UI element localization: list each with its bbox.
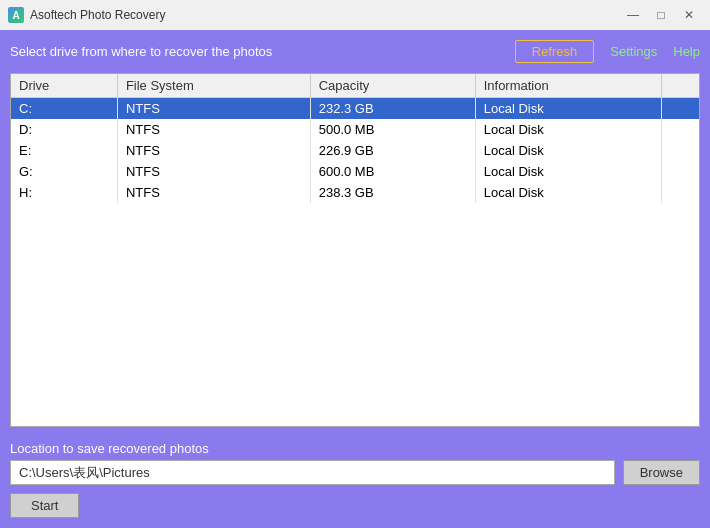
minimize-button[interactable]: —	[620, 5, 646, 25]
browse-button[interactable]: Browse	[623, 460, 700, 485]
table-cell-drive: E:	[11, 140, 117, 161]
table-cell-capacity: 232.3 GB	[310, 98, 475, 120]
table-cell-extra	[662, 140, 700, 161]
table-cell-capacity: 238.3 GB	[310, 182, 475, 203]
title-bar-controls: — □ ✕	[620, 5, 702, 25]
table-cell-fileSystem: NTFS	[117, 182, 310, 203]
bottom-section: Location to save recovered photos Browse…	[10, 437, 700, 518]
table-cell-drive: H:	[11, 182, 117, 203]
maximize-button[interactable]: □	[648, 5, 674, 25]
col-extra	[662, 74, 700, 98]
col-capacity: Capacity	[310, 74, 475, 98]
table-cell-information: Local Disk	[475, 119, 661, 140]
table-cell-extra	[662, 161, 700, 182]
table-cell-information: Local Disk	[475, 140, 661, 161]
table-cell-fileSystem: NTFS	[117, 119, 310, 140]
table-cell-drive: G:	[11, 161, 117, 182]
table-row[interactable]: H:NTFS238.3 GBLocal Disk	[11, 182, 699, 203]
drive-table: Drive File System Capacity Information C…	[11, 74, 699, 203]
table-cell-information: Local Disk	[475, 161, 661, 182]
select-drive-label: Select drive from where to recover the p…	[10, 44, 272, 59]
app-icon: A	[8, 7, 24, 23]
drive-table-container: Drive File System Capacity Information C…	[10, 73, 700, 427]
help-link[interactable]: Help	[673, 44, 700, 59]
table-cell-extra	[662, 119, 700, 140]
table-cell-capacity: 226.9 GB	[310, 140, 475, 161]
top-bar: Select drive from where to recover the p…	[10, 40, 700, 63]
table-cell-fileSystem: NTFS	[117, 161, 310, 182]
title-bar-title: Asoftech Photo Recovery	[30, 8, 620, 22]
table-cell-extra	[662, 98, 700, 120]
table-row[interactable]: G:NTFS600.0 MBLocal Disk	[11, 161, 699, 182]
table-cell-fileSystem: NTFS	[117, 140, 310, 161]
table-cell-information: Local Disk	[475, 98, 661, 120]
start-button[interactable]: Start	[10, 493, 79, 518]
table-cell-fileSystem: NTFS	[117, 98, 310, 120]
close-button[interactable]: ✕	[676, 5, 702, 25]
table-cell-drive: C:	[11, 98, 117, 120]
top-bar-right: Refresh Settings Help	[515, 40, 700, 63]
main-content: Select drive from where to recover the p…	[0, 30, 710, 528]
title-bar: A Asoftech Photo Recovery — □ ✕	[0, 0, 710, 30]
col-drive: Drive	[11, 74, 117, 98]
table-row[interactable]: C:NTFS232.3 GBLocal Disk	[11, 98, 699, 120]
table-cell-information: Local Disk	[475, 182, 661, 203]
location-row: Browse	[10, 460, 700, 485]
table-row[interactable]: D:NTFS500.0 MBLocal Disk	[11, 119, 699, 140]
refresh-button[interactable]: Refresh	[515, 40, 595, 63]
table-row[interactable]: E:NTFS226.9 GBLocal Disk	[11, 140, 699, 161]
table-cell-capacity: 500.0 MB	[310, 119, 475, 140]
col-information: Information	[475, 74, 661, 98]
location-label: Location to save recovered photos	[10, 441, 700, 456]
table-header-row: Drive File System Capacity Information	[11, 74, 699, 98]
settings-link[interactable]: Settings	[610, 44, 657, 59]
location-input[interactable]	[10, 460, 615, 485]
table-cell-extra	[662, 182, 700, 203]
col-filesystem: File System	[117, 74, 310, 98]
table-cell-capacity: 600.0 MB	[310, 161, 475, 182]
table-cell-drive: D:	[11, 119, 117, 140]
